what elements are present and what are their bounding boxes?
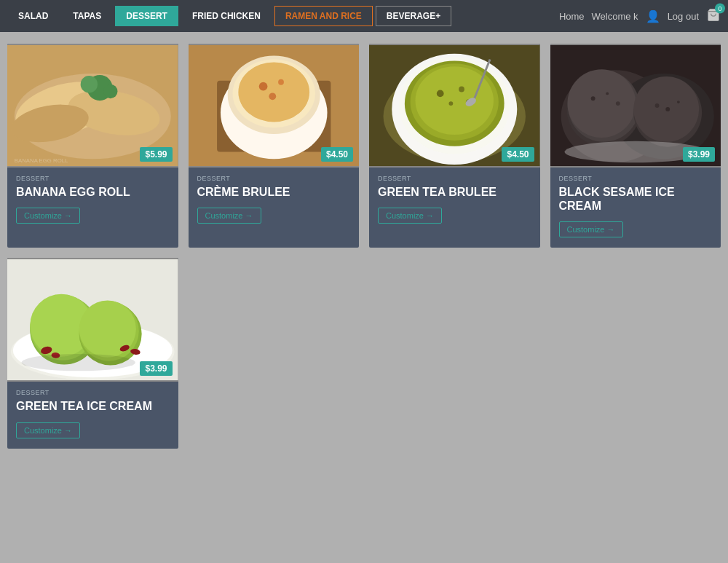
main-content: BANANA EGG ROLL $5.99 DESSERT BANANA EGG… [0,32,728,460]
svg-point-29 [448,101,453,106]
svg-point-7 [81,76,98,92]
empty-cell-3 [550,258,721,448]
price-badge: $5.99 [140,147,172,162]
home-link[interactable]: Home [559,11,585,22]
card-title: BANANA EGG ROLL [16,185,170,199]
card-body: DESSERT BLACK SESAME ICE CREAM Customize… [550,168,721,248]
navbar: SALAD TAPAS DESSERT FRIED CHICKEN RAMEN … [0,0,728,32]
tab-dessert[interactable]: DESSERT [115,6,178,26]
svg-point-45 [676,101,679,103]
svg-point-39 [590,96,595,101]
cart-count-badge: 0 [715,4,725,14]
card-category: DESSERT [559,175,713,182]
svg-point-19 [238,62,309,122]
product-card-black-sesame-ice-cream: $3.99 DESSERT BLACK SESAME ICE CREAM Cus… [550,44,721,248]
price-badge: $4.50 [321,147,353,162]
welcome-text: Welcome k [592,11,638,22]
svg-point-40 [606,92,609,95]
logout-link[interactable]: Log out [668,11,699,22]
card-title: BLACK SESAME ICE CREAM [559,185,713,213]
card-category: DESSERT [378,175,531,182]
svg-point-26 [416,66,494,135]
tab-tapas[interactable]: TAPAS [62,6,112,26]
card-body: DESSERT GREEN TEA ICE CREAM Customize → [7,382,178,448]
product-card-green-tea-brulee: $4.50 DESSERT GREEN TEA BRULEE Customize… [369,44,540,248]
product-image-wrap: BANANA EGG ROLL $5.99 [7,44,178,168]
cart-button[interactable]: 0 [706,8,721,25]
person-icon: 👤 [646,9,660,23]
empty-cell-2 [369,258,540,448]
svg-point-27 [437,90,444,98]
svg-point-28 [459,87,464,92]
customize-button[interactable]: Customize → [16,422,80,438]
tab-beverage[interactable]: BEVERAGE+ [376,6,451,26]
tab-fried-chicken[interactable]: FRIED CHICKEN [181,6,272,26]
tab-salad[interactable]: SALAD [7,6,59,26]
svg-point-41 [615,101,620,106]
card-title: GREEN TEA ICE CREAM [16,399,170,413]
card-body: DESSERT BANANA EGG ROLL Customize → [7,168,178,248]
card-category: DESSERT [16,175,170,182]
card-category: DESSERT [16,389,170,396]
price-badge: $3.99 [683,147,715,162]
svg-point-38 [567,69,636,138]
svg-point-8 [103,84,118,99]
svg-point-46 [654,103,659,108]
price-badge: $3.99 [140,361,172,376]
product-card-green-tea-ice-cream: $3.99 DESSERT GREEN TEA ICE CREAM Custom… [7,258,178,448]
svg-text:BANANA EGG ROLL: BANANA EGG ROLL [15,157,68,164]
customize-button[interactable]: Customize → [197,208,261,224]
product-card-creme-brulee: $4.50 DESSERT CRÈME BRULEE Customize → [189,44,360,248]
product-card-banana-egg-roll: BANANA EGG ROLL $5.99 DESSERT BANANA EGG… [7,44,178,248]
card-body: DESSERT GREEN TEA BRULEE Customize → [369,168,540,248]
product-grid-row1: BANANA EGG ROLL $5.99 DESSERT BANANA EGG… [7,44,721,248]
nav-right: Home Welcome k 👤 Log out 0 [559,8,721,25]
product-image-wrap: $3.99 [550,44,721,168]
product-image-wrap: $3.99 [7,258,178,382]
empty-cell-1 [189,258,360,448]
product-image-wrap: $4.50 [369,44,540,168]
product-grid-row2: $3.99 DESSERT GREEN TEA ICE CREAM Custom… [7,258,721,448]
customize-button[interactable]: Customize → [378,208,442,224]
svg-point-61 [22,354,135,371]
customize-button[interactable]: Customize → [559,221,623,237]
product-image-wrap: $4.50 [189,44,360,168]
card-title: CRÈME BRULEE [197,185,351,199]
price-badge: $4.50 [502,147,534,162]
tab-ramen-and-rice[interactable]: RAMEN AND RICE [274,6,373,26]
card-body: DESSERT CRÈME BRULEE Customize → [189,168,360,248]
nav-tabs: SALAD TAPAS DESSERT FRIED CHICKEN RAMEN … [7,6,451,26]
customize-button[interactable]: Customize → [16,208,80,224]
svg-point-44 [665,107,670,111]
card-category: DESSERT [197,175,351,182]
card-title: GREEN TEA BRULEE [378,185,531,199]
